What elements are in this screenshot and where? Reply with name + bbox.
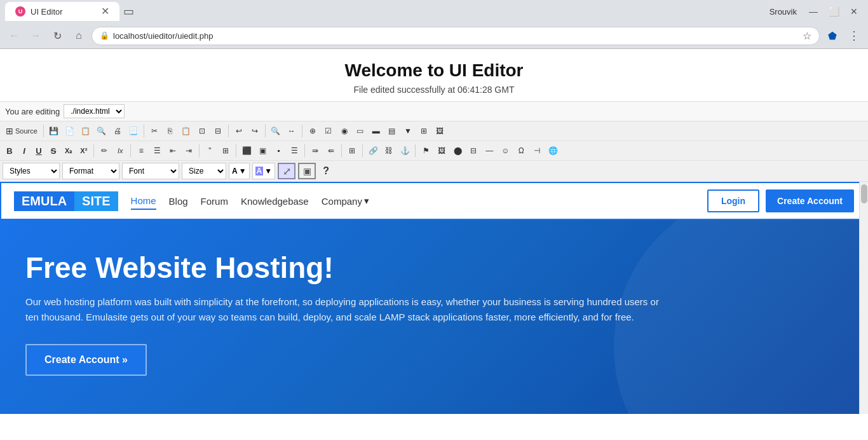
indent-right-button[interactable]: ⇥ — [181, 143, 196, 158]
special-char-button[interactable]: Ω — [513, 143, 529, 158]
find-button[interactable]: 🔍 — [268, 123, 283, 139]
textarea-button[interactable]: ▤ — [384, 123, 400, 139]
preview-icon: ▣ — [303, 166, 311, 176]
table-button[interactable]: ⊞ — [344, 143, 360, 158]
scrollbar-thumb[interactable] — [861, 184, 867, 203]
button-insert[interactable]: ⊞ — [416, 123, 431, 139]
title-bar: U UI Editor ✕ ▭ Srouvik — ⬜ ✕ — [0, 0, 868, 23]
maximize-button[interactable]: ⬜ — [825, 4, 843, 19]
align-left-button[interactable]: ⬛ — [239, 143, 254, 158]
smiley-button[interactable]: ☺ — [498, 143, 513, 158]
paste-button[interactable]: 📋 — [179, 123, 194, 139]
paste-text-button[interactable]: ⊡ — [194, 123, 210, 139]
image-button[interactable]: 🖼 — [432, 123, 447, 139]
page-break-button[interactable]: ⊣ — [529, 143, 545, 158]
tab-icon: U — [15, 6, 25, 17]
font-select[interactable]: Font — [122, 163, 179, 179]
replace-button[interactable]: ↔ — [284, 123, 299, 139]
templates-button[interactable]: 📋 — [78, 123, 93, 139]
url-bar[interactable]: 🔒 localhost/uieditor/uiedit.php ☆ — [92, 27, 820, 45]
select-button[interactable]: ▼ — [400, 123, 416, 139]
table-insert-button[interactable]: ⊟ — [466, 143, 481, 158]
align-justify-button[interactable]: ☰ — [287, 143, 302, 158]
profile-name: Srouvik — [770, 7, 797, 17]
new-tab-button[interactable]: ▭ — [119, 3, 137, 20]
iframe-button[interactable]: 🌐 — [545, 143, 560, 158]
flash-button[interactable]: ⬤ — [450, 143, 465, 158]
home-button[interactable]: ⌂ — [70, 27, 88, 45]
bookmark-icon[interactable]: ☆ — [803, 30, 811, 42]
page-title: Welcome to UI Editor — [0, 60, 868, 81]
clear-format-button[interactable]: ✏ — [97, 143, 112, 158]
hr-button[interactable]: — — [482, 143, 497, 158]
new-button[interactable]: 📄 — [62, 123, 78, 139]
redo-button[interactable]: ↪ — [247, 123, 262, 139]
ltr-button[interactable]: ⇛ — [308, 143, 323, 158]
background-color-button[interactable]: A ▼ — [252, 163, 276, 179]
div-button[interactable]: ⊞ — [218, 143, 233, 158]
radio-button[interactable]: ◉ — [337, 123, 352, 139]
hidden-field-button[interactable]: ▬ — [369, 123, 384, 139]
unordered-list-button[interactable]: ☰ — [149, 143, 165, 158]
back-button[interactable]: ← — [5, 27, 23, 45]
minimize-button[interactable]: — — [804, 4, 822, 19]
tab-close-button[interactable]: ✕ — [101, 6, 109, 17]
align-right-button[interactable]: ▪ — [271, 143, 286, 158]
copy-button[interactable]: ⎘ — [163, 123, 178, 139]
hero-cta-button[interactable]: Create Account » — [25, 344, 147, 376]
browser-menu-button[interactable]: ⋮ — [845, 27, 863, 45]
bold-button[interactable]: B — [3, 143, 17, 158]
tab-title: UI Editor — [31, 7, 63, 17]
link-button[interactable]: 🔗 — [365, 143, 381, 158]
close-button[interactable]: ✕ — [845, 4, 863, 19]
styles-select[interactable]: Styles — [3, 163, 60, 179]
align-center-button[interactable]: ▣ — [255, 143, 270, 158]
source-button[interactable]: ⊞ Source — [3, 123, 41, 139]
forward-button[interactable]: → — [27, 27, 44, 45]
preview-button[interactable]: 🔍 — [94, 123, 109, 139]
superscript-button[interactable]: X² — [76, 143, 91, 158]
reload-button[interactable]: ↻ — [48, 27, 66, 45]
insert-special-button[interactable]: ⊕ — [305, 123, 320, 139]
indent-left-button[interactable]: ⇤ — [165, 143, 180, 158]
hero-description: Our web hosting platform was built with … — [25, 294, 661, 325]
flag-button[interactable]: ⚑ — [418, 143, 433, 158]
unlink-button[interactable]: ⛓ — [381, 143, 397, 158]
size-select[interactable]: Size — [182, 163, 226, 179]
anchor-button[interactable]: ⚓ — [397, 143, 412, 158]
nav-blog[interactable]: Blog — [169, 193, 188, 209]
ordered-list-button[interactable]: ≡ — [133, 143, 149, 158]
subscript-button[interactable]: X₂ — [61, 143, 76, 158]
nav-home[interactable]: Home — [131, 193, 156, 210]
nav-knowledgebase[interactable]: Knowledgebase — [241, 193, 309, 209]
login-button[interactable]: Login — [707, 189, 759, 212]
italic-button[interactable]: I — [17, 143, 31, 158]
bg-color-icon: A — [255, 167, 264, 175]
cut-button[interactable]: ✂ — [147, 123, 162, 139]
nav-company-dropdown[interactable]: Company ▾ — [322, 195, 369, 207]
strikethrough-button[interactable]: S — [46, 143, 60, 158]
frame-button[interactable]: ▭ — [353, 123, 368, 139]
underline-button[interactable]: U — [32, 143, 46, 158]
print-button[interactable]: 🖨 — [110, 123, 125, 139]
help-button[interactable]: ? — [318, 163, 334, 179]
format-select[interactable]: Format — [62, 163, 119, 179]
nav-forum[interactable]: Forum — [201, 193, 228, 209]
file-select[interactable]: ./index.html — [64, 104, 125, 118]
create-account-nav-button[interactable]: Create Account — [766, 189, 854, 212]
undo-button[interactable]: ↩ — [231, 123, 247, 139]
scrollbar[interactable] — [859, 182, 868, 414]
paste-word-button[interactable]: ⊟ — [210, 123, 226, 139]
fullscreen-button[interactable]: ⤢ — [278, 163, 295, 179]
spell-button[interactable]: 📃 — [126, 123, 141, 139]
clear-inline-button[interactable]: Ix — [112, 143, 128, 158]
image-insert-button[interactable]: 🖼 — [434, 143, 449, 158]
editor-toolbar: ⊞ Source 💾 📄 📋 🔍 🖨 📃 ✂ ⎘ 📋 ⊡ ⊟ ↩ ↪ 🔍 ↔ ⊕ — [0, 121, 868, 182]
checkbox-button[interactable]: ☑ — [321, 123, 336, 139]
save-button[interactable]: 💾 — [46, 123, 62, 139]
rtl-button[interactable]: ⇚ — [323, 143, 339, 158]
preview-toggle-button[interactable]: ▣ — [298, 163, 316, 179]
font-color-button[interactable]: A ▼ — [229, 163, 250, 179]
blockquote-button[interactable]: " — [202, 143, 217, 158]
browser-tab[interactable]: U UI Editor ✕ — [5, 2, 119, 21]
